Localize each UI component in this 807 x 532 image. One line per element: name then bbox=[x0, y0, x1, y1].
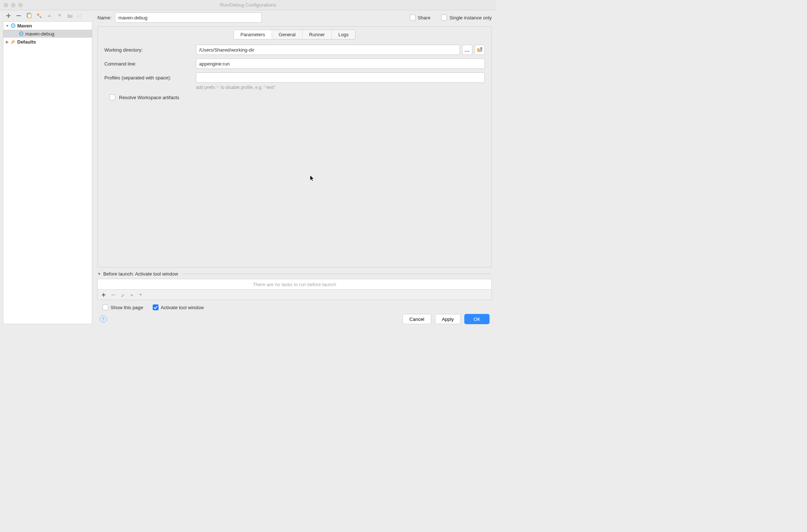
activate-tool-checkbox[interactable]: Activate tool window bbox=[153, 304, 204, 310]
resolve-workspace-checkbox[interactable]: Resolve Workspace artifacts bbox=[109, 94, 485, 100]
tree-item-defaults[interactable]: ▶ Defaults bbox=[3, 38, 92, 46]
before-launch-section: ▼ Before launch: Activate tool window Th… bbox=[97, 271, 492, 310]
edit-task-button[interactable] bbox=[120, 293, 125, 297]
tree-label: Defaults bbox=[17, 39, 36, 45]
apply-button[interactable]: Apply bbox=[435, 314, 461, 324]
svg-point-2 bbox=[37, 14, 39, 16]
move-up-button[interactable] bbox=[46, 12, 53, 19]
maven-gear-icon bbox=[10, 23, 16, 29]
tab-parameters[interactable]: Parameters bbox=[234, 30, 272, 39]
svg-point-8 bbox=[21, 33, 22, 34]
save-template-button[interactable] bbox=[36, 12, 42, 19]
help-button[interactable]: ? bbox=[100, 315, 107, 323]
parameters-form: Working directory: ... Command line: bbox=[98, 40, 491, 103]
share-checkbox[interactable]: Share bbox=[410, 15, 431, 20]
browse-button[interactable]: ... bbox=[462, 45, 472, 55]
share-label: Share bbox=[418, 15, 431, 20]
minus-icon bbox=[111, 293, 115, 297]
show-page-label: Show this page bbox=[111, 305, 143, 310]
maven-gear-icon bbox=[18, 31, 25, 37]
move-task-up-button[interactable] bbox=[130, 293, 134, 296]
copy-config-button[interactable] bbox=[26, 12, 32, 19]
config-tree[interactable]: ▼ Maven maven-debug ▶ Defaults bbox=[3, 21, 92, 324]
checkbox-checked-icon bbox=[153, 304, 159, 310]
insert-path-button[interactable] bbox=[475, 45, 485, 55]
wrench-icon bbox=[10, 39, 16, 45]
pencil-icon bbox=[120, 293, 125, 297]
profiles-input[interactable] bbox=[196, 72, 485, 83]
triangle-down-icon bbox=[139, 293, 142, 296]
config-toolbar: az bbox=[3, 12, 95, 21]
before-launch-toolbar bbox=[97, 290, 492, 300]
tree-label: maven-debug bbox=[25, 31, 55, 37]
command-line-input[interactable] bbox=[196, 59, 485, 69]
folder-icon bbox=[67, 13, 73, 18]
plus-icon bbox=[101, 293, 106, 297]
tab-bar: Parameters General Runner Logs bbox=[98, 27, 491, 40]
single-instance-checkbox[interactable]: Single instance only bbox=[441, 15, 492, 20]
tree-item-maven-debug[interactable]: maven-debug bbox=[3, 30, 92, 38]
working-dir-input[interactable] bbox=[196, 45, 460, 55]
resolve-workspace-label: Resolve Workspace artifacts bbox=[119, 95, 179, 100]
cancel-button[interactable]: Cancel bbox=[402, 314, 431, 324]
triangle-up-icon bbox=[130, 293, 134, 296]
left-pane: az ▼ Maven maven-debug ▶ bbox=[0, 10, 95, 327]
move-task-down-button[interactable] bbox=[139, 293, 142, 296]
remove-config-button[interactable] bbox=[15, 12, 22, 19]
svg-rect-9 bbox=[480, 47, 482, 49]
plus-icon bbox=[6, 13, 11, 18]
window-title: Run/Debug Configurations bbox=[0, 2, 496, 8]
before-launch-list[interactable]: There are no tasks to run before launch bbox=[97, 279, 492, 290]
name-label: Name: bbox=[97, 15, 111, 20]
checkbox-icon bbox=[103, 304, 108, 310]
checkbox-icon bbox=[410, 15, 416, 20]
expand-caret-icon[interactable]: ▶ bbox=[5, 40, 10, 44]
add-task-button[interactable] bbox=[101, 293, 106, 297]
empty-tasks-text: There are no tasks to run before launch bbox=[253, 282, 336, 287]
tree-item-maven[interactable]: ▼ Maven bbox=[3, 22, 92, 30]
svg-rect-1 bbox=[28, 14, 31, 18]
profiles-label: Profiles (separated with space): bbox=[104, 75, 196, 80]
svg-text:z: z bbox=[80, 16, 82, 18]
show-page-checkbox[interactable]: Show this page bbox=[103, 304, 143, 310]
tab-runner[interactable]: Runner bbox=[302, 30, 332, 39]
config-panel: Parameters General Runner Logs Working d… bbox=[97, 26, 492, 267]
ellipsis-icon: ... bbox=[465, 47, 470, 53]
sort-button[interactable]: az bbox=[77, 12, 83, 19]
folder-button[interactable] bbox=[67, 12, 73, 19]
remove-task-button[interactable] bbox=[111, 293, 115, 297]
profiles-hint: add prefix '-' to disable profile, e.g. … bbox=[196, 85, 485, 90]
command-line-label: Command line: bbox=[104, 61, 196, 67]
name-input[interactable] bbox=[115, 12, 262, 23]
before-launch-header: Before launch: Activate tool window bbox=[103, 271, 178, 277]
minus-icon bbox=[16, 13, 21, 18]
right-pane: Name: Share Single instance only Paramet… bbox=[95, 10, 496, 327]
dialog-footer: ? Cancel Apply OK bbox=[97, 310, 492, 324]
checkbox-icon bbox=[109, 94, 115, 100]
expand-caret-icon[interactable]: ▼ bbox=[5, 24, 10, 28]
move-down-button[interactable] bbox=[56, 12, 63, 19]
folder-insert-icon bbox=[477, 47, 483, 52]
triangle-up-icon bbox=[47, 14, 52, 18]
svg-text:a: a bbox=[80, 13, 82, 16]
single-instance-label: Single instance only bbox=[449, 15, 492, 20]
ok-button[interactable]: OK bbox=[464, 314, 490, 324]
tab-general[interactable]: General bbox=[272, 30, 302, 39]
section-caret-icon[interactable]: ▼ bbox=[97, 272, 101, 276]
add-config-button[interactable] bbox=[5, 12, 12, 19]
copy-icon bbox=[26, 13, 32, 19]
tab-logs[interactable]: Logs bbox=[332, 30, 355, 39]
triangle-down-icon bbox=[57, 14, 62, 18]
checkbox-icon bbox=[441, 15, 447, 20]
activate-tool-label: Activate tool window bbox=[161, 305, 204, 310]
tree-label: Maven bbox=[17, 23, 32, 29]
sort-az-icon: az bbox=[77, 13, 83, 18]
svg-point-6 bbox=[13, 25, 14, 26]
wrench-gear-icon bbox=[36, 13, 42, 19]
working-dir-label: Working directory: bbox=[104, 47, 196, 53]
titlebar: Run/Debug Configurations bbox=[0, 0, 496, 10]
